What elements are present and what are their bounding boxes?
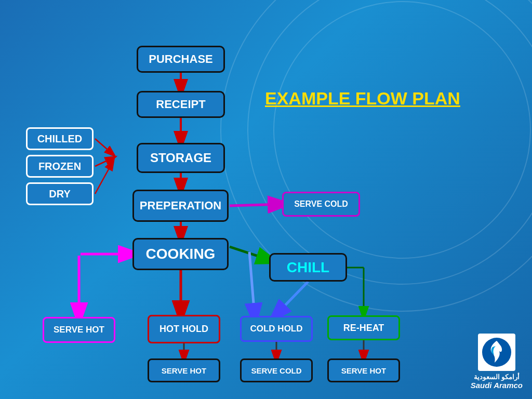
serve-hot-left-label: SERVE HOT [54,325,104,335]
receipt-label: RECEIPT [156,98,205,111]
logo-emblem [478,334,515,371]
purchase-label: PURCHASE [149,52,212,66]
svg-line-12 [95,158,112,166]
cold-hold-box: COLD HOLD [240,316,313,342]
cold-hold-label: COLD HOLD [250,324,302,334]
frozen-label: FROZEN [38,161,81,172]
svg-line-17 [230,247,269,260]
title-text: EXAMPLE FLOW PLAN [265,88,460,108]
dry-label: DRY [49,188,70,200]
serve-cold-bottom-label: SERVE COLD [251,366,301,375]
hot-hold-label: HOT HOLD [159,324,208,335]
purchase-box: PURCHASE [137,46,225,73]
preperation-box: PREPERATION [132,190,229,222]
serve-cold-top-box: SERVE COLD [282,192,360,217]
arabic-text: أرامكو السعودية [471,373,523,381]
serve-hot-right-label: SERVE HOT [341,366,386,375]
company-logo: أرامكو السعودية Saudi Aramco [471,334,523,390]
company-name: Saudi Aramco [471,381,523,390]
preperation-label: PREPERATION [140,199,221,212]
serve-hot-bottom-box: SERVE HOT [148,358,220,382]
chill-label: CHILL [287,259,329,276]
globe-decoration [220,0,532,312]
chilled-box: CHILLED [26,127,94,150]
re-heat-label: RE-HEAT [343,323,384,334]
chilled-label: CHILLED [37,133,83,145]
svg-line-18 [249,252,255,316]
cooking-box: COOKING [132,238,229,270]
cooking-label: COOKING [146,246,216,262]
storage-box: STORAGE [137,143,225,173]
serve-cold-bottom-box: SERVE COLD [240,358,313,382]
aramco-logo-svg [481,337,512,368]
receipt-box: RECEIPT [137,91,225,118]
re-heat-box: RE-HEAT [327,315,400,340]
serve-hot-bottom-label: SERVE HOT [162,366,206,375]
storage-label: STORAGE [150,151,211,165]
serve-hot-right-box: SERVE HOT [327,358,400,382]
frozen-box: FROZEN [26,155,94,178]
svg-line-13 [95,164,112,194]
svg-line-16 [230,204,281,206]
logo-arabic-text: أرامكو السعودية Saudi Aramco [471,373,523,390]
svg-line-11 [95,139,112,153]
svg-line-22 [276,282,308,314]
chill-box: CHILL [269,253,347,282]
serve-cold-top-label: SERVE COLD [294,200,348,209]
dry-box: DRY [26,182,94,205]
serve-hot-left-box: SERVE HOT [43,317,115,343]
page-title: EXAMPLE FLOW PLAN [265,88,460,109]
hot-hold-box: HOT HOLD [148,315,220,343]
